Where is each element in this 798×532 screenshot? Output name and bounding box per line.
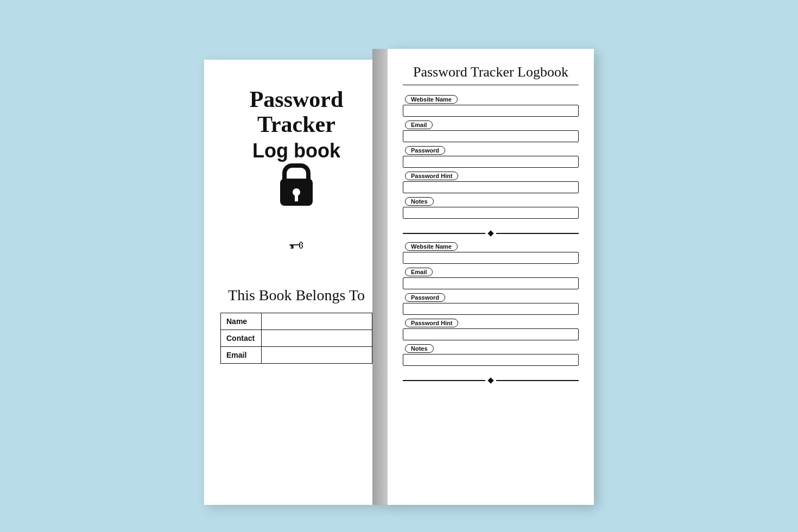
cover-title-bold: Log book [252,140,340,162]
field-input-website-name-1 [403,105,579,117]
name-label: Name [221,313,262,330]
divider-line-right-2 [496,380,579,381]
contact-label: Contact [221,330,262,347]
ownership-table: Name Contact Email [220,313,372,364]
field-row: Notes [403,343,579,366]
field-input-email-2 [403,277,579,289]
book-interior: Password Tracker Logbook Website Name Em… [388,49,594,505]
name-value [262,313,372,330]
field-label-website-name-2: Website Name [405,242,458,251]
table-row: Contact [221,330,372,347]
divider-line-left-2 [403,380,485,381]
field-label-password-2: Password [405,293,445,302]
scene: Password Tracker Log book 🗝 This Book Be… [204,49,594,505]
divider-diamond-2 [487,377,493,383]
cover-title-script: Password Tracker [220,87,372,137]
lock-icon [275,179,318,227]
email-value [262,347,372,364]
book-cover: Password Tracker Log book 🗝 This Book Be… [204,60,389,505]
field-label-password-hint-1: Password Hint [405,172,458,180]
divider-line-right [496,233,579,234]
table-row: Name [221,313,372,330]
divider-line-left [403,233,485,234]
field-row: Website Name [403,241,579,264]
field-input-notes-2 [403,354,579,366]
field-row: Email [403,267,579,289]
field-input-website-name-2 [403,252,579,264]
field-row: Email [403,119,579,142]
field-label-website-name-1: Website Name [405,95,458,104]
field-label-notes-1: Notes [405,197,434,206]
field-row: Website Name [403,94,579,117]
divider-diamond [487,230,493,236]
field-input-password-hint-1 [403,181,579,193]
lock-keyhole [293,188,300,196]
divider-1 [403,231,579,236]
field-input-password-hint-2 [403,328,579,340]
divider-2 [403,378,579,383]
table-row: Email [221,347,372,364]
entry-group-1: Website Name Email Password Password Hin… [403,94,579,221]
field-row: Password [403,145,579,168]
field-row: Password Hint [403,318,579,340]
key-icon: 🗝 [289,236,304,254]
field-row: Password [403,292,579,315]
interior-title: Password Tracker Logbook [403,64,579,85]
field-input-password-1 [403,156,579,168]
email-label: Email [221,347,262,364]
field-label-email-1: Email [405,121,433,129]
field-label-password-hint-2: Password Hint [405,319,458,327]
field-row: Password Hint [403,170,579,193]
field-row: Notes [403,196,579,219]
entry-group-2: Website Name Email Password Password Hin… [403,241,579,369]
field-label-password-1: Password [405,146,445,155]
contact-value [262,330,372,347]
field-label-notes-2: Notes [405,344,434,353]
field-label-email-2: Email [405,268,433,276]
field-input-password-2 [403,303,579,315]
belongs-section: This Book Belongs To Name Contact Email [220,287,372,364]
belongs-title: This Book Belongs To [228,287,365,304]
lock-body [280,179,313,206]
field-input-email-1 [403,130,579,142]
field-input-notes-1 [403,207,579,219]
